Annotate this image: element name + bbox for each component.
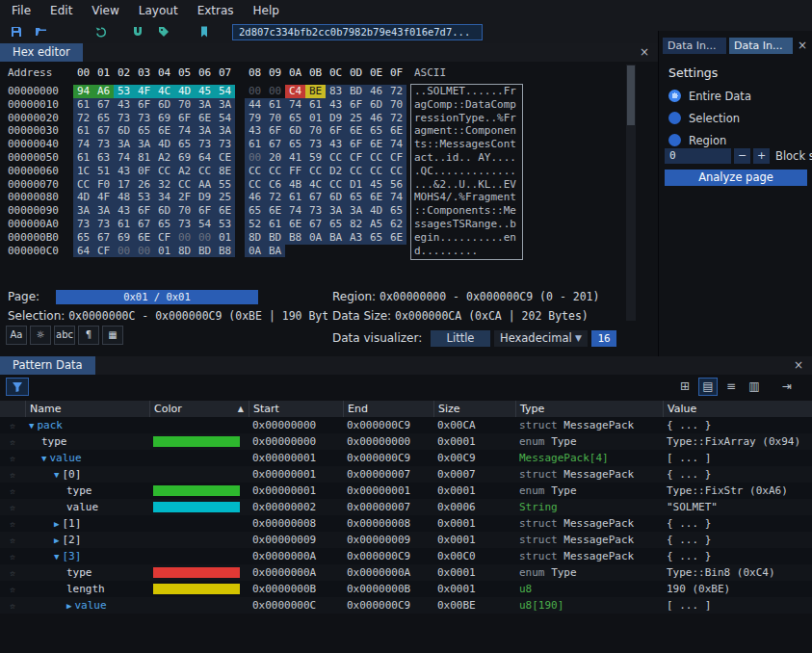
hex-byte[interactable]: CC bbox=[245, 178, 265, 192]
hex-byte[interactable]: 8D bbox=[245, 231, 265, 245]
column-header-start[interactable]: Start bbox=[249, 401, 343, 417]
endianness-toggle[interactable]: Little bbox=[431, 330, 490, 347]
hex-byte[interactable]: 17 bbox=[114, 178, 134, 192]
hex-byte[interactable]: CC bbox=[245, 165, 265, 178]
folder-open-icon[interactable] bbox=[33, 23, 50, 40]
hex-byte[interactable]: 6D bbox=[366, 98, 386, 112]
hex-byte[interactable]: 65 bbox=[93, 112, 114, 125]
bookmark-icon[interactable] bbox=[196, 23, 213, 40]
hex-byte[interactable]: 65 bbox=[326, 218, 346, 231]
hex-byte[interactable]: CF bbox=[154, 231, 174, 245]
radio-option-selection[interactable]: Selection bbox=[668, 107, 751, 129]
file-hash-input[interactable]: 2d807c334bfb2cc0b7982b79e43f016e7d7... bbox=[232, 24, 483, 40]
hex-byte[interactable]: 82 bbox=[346, 218, 366, 231]
hex-byte[interactable]: 4D bbox=[154, 138, 174, 151]
hex-byte[interactable]: 4B bbox=[285, 178, 305, 192]
hex-byte[interactable]: 6D bbox=[154, 204, 174, 218]
hex-byte[interactable]: BD bbox=[195, 245, 215, 258]
favorite-star-icon[interactable]: ☆ bbox=[0, 581, 25, 597]
pattern-row[interactable]: ☆type0x000000010x000000010x0001enum Type… bbox=[0, 483, 812, 499]
hex-byte[interactable]: 00 bbox=[114, 245, 134, 258]
hex-byte[interactable]: 6F bbox=[346, 98, 366, 112]
favorite-star-icon[interactable]: ☆ bbox=[0, 515, 25, 532]
hex-byte[interactable]: 1C bbox=[73, 165, 93, 178]
hex-byte[interactable]: 67 bbox=[93, 231, 114, 245]
favorite-star-icon[interactable]: ☆ bbox=[0, 532, 25, 548]
favorite-star-icon[interactable]: ☆ bbox=[0, 548, 25, 564]
hex-byte[interactable]: 6E bbox=[154, 124, 174, 138]
hex-byte[interactable]: 59 bbox=[305, 151, 326, 165]
hex-byte[interactable]: 43 bbox=[114, 165, 134, 178]
hex-byte[interactable]: 6E bbox=[366, 191, 386, 204]
hex-byte[interactable]: BA bbox=[265, 245, 285, 258]
hex-byte[interactable]: 72 bbox=[386, 85, 406, 98]
hex-byte[interactable]: D2 bbox=[326, 165, 346, 178]
hex-byte[interactable]: 25 bbox=[215, 191, 235, 204]
hex-byte[interactable]: 6F bbox=[134, 204, 154, 218]
hex-byte[interactable]: BD bbox=[265, 231, 285, 245]
hex-byte[interactable]: 6E bbox=[134, 231, 154, 245]
hex-byte[interactable]: 43 bbox=[326, 138, 346, 151]
hex-ascii[interactable]: ts::MessagesCont bbox=[414, 138, 516, 151]
hex-byte[interactable]: A2 bbox=[174, 165, 195, 178]
hex-byte[interactable]: 64 bbox=[195, 151, 215, 165]
hex-byte[interactable]: 63 bbox=[93, 151, 114, 165]
hex-ascii[interactable]: ::Components::Me bbox=[414, 204, 516, 218]
hex-byte[interactable]: 74 bbox=[114, 151, 134, 165]
hex-byte[interactable]: CE bbox=[215, 151, 235, 165]
hex-byte[interactable]: 61 bbox=[73, 151, 93, 165]
hex-byte[interactable]: 55 bbox=[215, 178, 235, 192]
hex-byte[interactable]: 3A bbox=[346, 204, 366, 218]
tab-pattern-data[interactable]: Pattern Data bbox=[0, 356, 95, 375]
hex-byte[interactable]: 48 bbox=[114, 191, 134, 204]
hex-byte[interactable]: 43 bbox=[326, 98, 346, 112]
hex-byte[interactable]: 65 bbox=[346, 191, 366, 204]
hex-byte[interactable]: 0F bbox=[134, 165, 154, 178]
hex-ascii[interactable]: ...&2..U..KL..EV bbox=[414, 178, 516, 192]
hex-byte[interactable]: 6D bbox=[114, 124, 134, 138]
tab-data-information-1[interactable]: Data In... bbox=[663, 38, 726, 54]
hex-byte[interactable]: 65 bbox=[366, 231, 386, 245]
favorite-star-icon[interactable]: ☆ bbox=[0, 597, 25, 614]
hex-byte[interactable]: 6D bbox=[326, 191, 346, 204]
hex-byte[interactable]: 34 bbox=[154, 191, 174, 204]
hex-byte[interactable]: 65 bbox=[154, 218, 174, 231]
hex-byte[interactable]: F0 bbox=[93, 178, 114, 192]
favorite-star-icon[interactable]: ☆ bbox=[0, 450, 25, 466]
hex-byte[interactable]: 94 bbox=[73, 85, 93, 98]
hex-byte[interactable]: CC bbox=[366, 151, 386, 165]
hex-byte[interactable]: CC bbox=[386, 165, 406, 178]
byte-count-input[interactable]: 16 bbox=[591, 330, 616, 347]
menu-item-file[interactable]: File bbox=[2, 2, 40, 19]
hex-byte[interactable]: 53 bbox=[114, 85, 134, 98]
hex-byte[interactable]: 74 bbox=[285, 204, 305, 218]
scrollbar[interactable] bbox=[626, 65, 636, 321]
hex-byte[interactable]: 61 bbox=[73, 98, 93, 112]
hex-ascii[interactable]: d......... bbox=[414, 245, 478, 258]
hex-byte[interactable]: 67 bbox=[134, 218, 154, 231]
hex-byte[interactable]: 52 bbox=[245, 218, 265, 231]
paragraph-toggle-button[interactable]: ¶ bbox=[78, 326, 99, 345]
hex-byte[interactable]: 56 bbox=[386, 178, 406, 192]
hex-byte[interactable]: 3A bbox=[195, 98, 215, 112]
hex-byte[interactable]: 67 bbox=[305, 191, 326, 204]
hex-byte[interactable]: 4D bbox=[174, 85, 195, 98]
hex-ascii[interactable]: agComp::DataComp bbox=[414, 98, 516, 112]
hex-byte[interactable]: 8E bbox=[215, 165, 235, 178]
hex-ascii[interactable]: .QC............. bbox=[414, 165, 516, 178]
close-icon[interactable]: × bbox=[637, 44, 652, 60]
hex-byte[interactable]: 65 bbox=[285, 138, 305, 151]
hex-byte[interactable]: 74 bbox=[174, 124, 195, 138]
pattern-row[interactable]: ☆▶[1]0x000000080x000000080x0001struct Me… bbox=[0, 515, 812, 532]
hex-byte[interactable]: 61 bbox=[305, 98, 326, 112]
hex-byte[interactable]: CC bbox=[265, 165, 285, 178]
hex-byte[interactable]: 4C bbox=[154, 85, 174, 98]
tree-collapse-icon[interactable]: ▼ bbox=[29, 421, 34, 431]
hex-byte[interactable]: 45 bbox=[366, 178, 386, 192]
hex-byte[interactable]: 00 bbox=[265, 85, 285, 98]
hex-byte[interactable]: B8 bbox=[285, 231, 305, 245]
hex-byte[interactable]: 61 bbox=[285, 191, 305, 204]
column-header-color[interactable]: Color ▲ bbox=[149, 401, 249, 417]
hex-byte[interactable]: 69 bbox=[114, 231, 134, 245]
hex-byte[interactable]: 62 bbox=[386, 218, 406, 231]
